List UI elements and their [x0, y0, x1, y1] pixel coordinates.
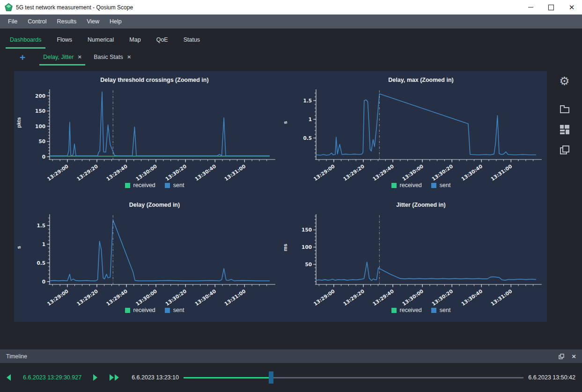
y-axis-label: s [282, 121, 288, 124]
svg-text:200: 200 [35, 93, 45, 99]
svg-text:13:29:00: 13:29:00 [46, 288, 69, 307]
duplicate-icon [560, 145, 570, 155]
legend-swatch-sent [165, 308, 170, 313]
svg-text:13:29:00: 13:29:00 [312, 163, 336, 182]
svg-text:13:29:00: 13:29:00 [46, 163, 69, 182]
new-panel-button[interactable] [558, 102, 572, 116]
dashboard-tab-label: Delay, Jitter [43, 54, 74, 60]
y-axis-label: pkts [16, 117, 22, 128]
minimize-button[interactable] [520, 0, 541, 15]
svg-text:50: 50 [38, 138, 45, 144]
legend-item-sent[interactable]: sent [431, 182, 451, 189]
svg-text:13:30:00: 13:30:00 [135, 288, 158, 307]
legend-swatch-received [125, 183, 130, 188]
close-button[interactable]: ✕ [561, 0, 582, 15]
svg-text:13:30:40: 13:30:40 [194, 163, 217, 182]
tab-numerical[interactable]: Numerical [83, 36, 118, 49]
timeline-slider-handle[interactable] [269, 371, 273, 384]
chart-title: Delay, max (Zoomed in) [280, 77, 545, 86]
svg-text:13:31:00: 13:31:00 [223, 288, 247, 307]
menu-results[interactable]: Results [52, 18, 81, 25]
svg-text:1: 1 [309, 116, 312, 122]
svg-text:13:30:00: 13:30:00 [401, 163, 425, 182]
chart-plot[interactable]: 05010015020013:29:0013:29:2013:29:4013:3… [23, 86, 279, 182]
timeline-slider[interactable] [184, 371, 523, 384]
chart-legend: received sent [280, 307, 545, 313]
dashboard-tab-basic-stats[interactable]: Basic Stats × [90, 54, 134, 65]
tab-flows[interactable]: Flows [52, 36, 76, 49]
dashboard-tab-label: Basic Stats [94, 54, 123, 60]
tab-status[interactable]: Status [179, 36, 204, 49]
gear-icon: ⚙ [559, 75, 569, 87]
svg-text:13:30:40: 13:30:40 [460, 163, 484, 182]
duplicate-panel-button[interactable] [558, 143, 572, 157]
float-panel-icon[interactable] [559, 354, 564, 359]
chart-jitter: Jitter (Zoomed in) ms 5010015013:29:0013… [280, 197, 545, 322]
chart-title: Delay (Zoomed in) [14, 202, 279, 211]
dashboard-settings-button[interactable]: ⚙ [558, 74, 572, 88]
legend-item-received[interactable]: received [125, 182, 155, 189]
legend-item-received[interactable]: received [391, 182, 422, 189]
legend-swatch-sent [431, 308, 436, 313]
close-tab-icon[interactable]: × [127, 54, 131, 60]
timeline-current-time: 6.6.2023 13:29:30.927 [23, 374, 81, 381]
chart-plot[interactable]: 00.511.513:29:0013:29:2013:29:4013:30:00… [23, 211, 279, 307]
app-window: 5G test network measurement - Qosium Sco… [0, 0, 582, 392]
menu-help[interactable]: Help [104, 18, 127, 25]
add-dashboard-button[interactable]: + [18, 53, 27, 65]
play-button[interactable] [93, 374, 97, 381]
chart-plot[interactable]: 5010015013:29:0013:29:2013:29:4013:30:00… [290, 211, 545, 307]
close-tab-icon[interactable]: × [78, 54, 81, 60]
svg-text:150: 150 [35, 108, 45, 114]
dashboard-side-rail: ⚙ [547, 71, 582, 322]
timeline-range-start: 6.6.2023 13:23:10 [132, 374, 179, 381]
svg-text:13:30:20: 13:30:20 [164, 163, 188, 182]
legend-item-received[interactable]: received [125, 307, 155, 313]
dashboard-tab-delay-jitter[interactable]: Delay, Jitter × [39, 54, 85, 65]
chart-delay-threshold-crossings: Delay threshold crossings (Zoomed in) pk… [14, 72, 279, 197]
svg-text:13:30:00: 13:30:00 [401, 288, 425, 307]
chart-legend: received sent [280, 182, 545, 189]
tab-map[interactable]: Map [125, 36, 145, 49]
maximize-button[interactable] [541, 0, 561, 15]
svg-text:100: 100 [35, 123, 45, 129]
legend-swatch-received [391, 308, 397, 313]
svg-text:13:31:00: 13:31:00 [490, 163, 513, 182]
legend-item-sent[interactable]: sent [431, 307, 451, 313]
svg-text:150: 150 [302, 227, 312, 232]
menu-file[interactable]: File [3, 18, 22, 25]
maximize-icon [548, 5, 554, 10]
menu-bar: File Control Results View Help [0, 15, 582, 29]
menu-control[interactable]: Control [22, 18, 52, 25]
svg-text:13:30:20: 13:30:20 [431, 288, 454, 307]
y-axis-label: ms [282, 244, 288, 251]
legend-item-sent[interactable]: sent [165, 307, 184, 313]
legend-item-sent[interactable]: sent [165, 182, 184, 189]
tab-qoe[interactable]: QoE [152, 36, 172, 49]
svg-text:1.5: 1.5 [303, 98, 312, 103]
dashboard-tab-bar: + Delay, Jitter × Basic Stats × [0, 49, 582, 65]
svg-text:13:29:20: 13:29:20 [75, 163, 99, 182]
chart-delay: Delay (Zoomed in) s 00.511.513:29:0013:2… [14, 197, 279, 322]
app-logo-icon [5, 3, 13, 11]
step-back-button[interactable] [7, 374, 11, 381]
layout-button[interactable] [558, 123, 572, 137]
chart-plot[interactable]: 0.511.513:29:0013:29:2013:29:4013:30:001… [290, 86, 545, 182]
svg-text:13:30:40: 13:30:40 [194, 288, 217, 307]
menu-view[interactable]: View [81, 18, 104, 25]
fast-forward-button[interactable] [110, 374, 119, 381]
timeline-close-icon[interactable]: × [572, 353, 576, 359]
title-bar: 5G test network measurement - Qosium Sco… [0, 0, 582, 15]
tab-dashboards[interactable]: Dashboards [6, 36, 45, 49]
svg-text:0.5: 0.5 [37, 260, 45, 266]
svg-text:13:31:00: 13:31:00 [490, 288, 513, 307]
svg-text:13:29:20: 13:29:20 [342, 288, 365, 307]
svg-text:50: 50 [305, 261, 312, 267]
svg-text:13:29:40: 13:29:40 [372, 163, 395, 182]
dashboard-area: Delay threshold crossings (Zoomed in) pk… [0, 71, 582, 322]
svg-text:13:29:40: 13:29:40 [105, 288, 129, 307]
svg-text:13:30:20: 13:30:20 [164, 288, 188, 307]
legend-item-received[interactable]: received [391, 307, 422, 313]
chart-title: Jitter (Zoomed in) [280, 202, 545, 211]
legend-swatch-sent [165, 183, 170, 188]
